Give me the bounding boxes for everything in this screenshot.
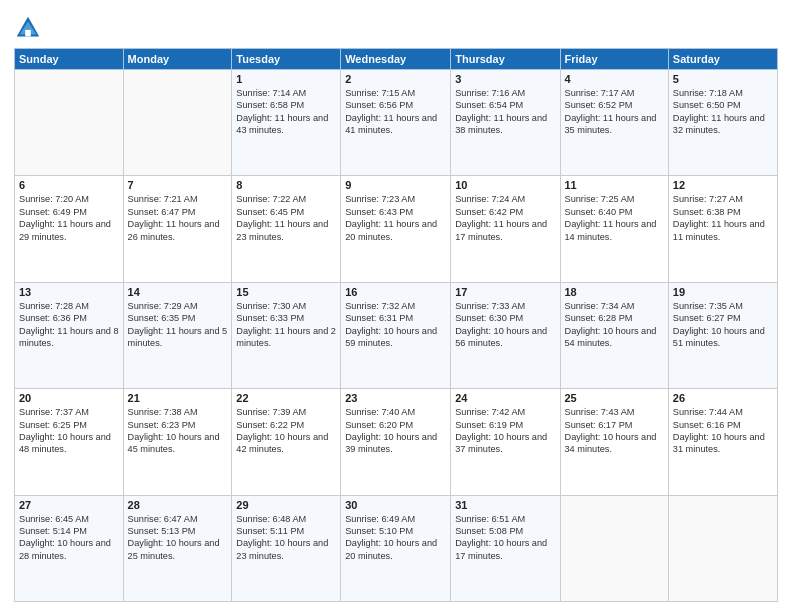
day-detail: Sunrise: 7:23 AM Sunset: 6:43 PM Dayligh… (345, 193, 446, 243)
header-cell-thursday: Thursday (451, 49, 560, 70)
day-detail: Sunrise: 7:35 AM Sunset: 6:27 PM Dayligh… (673, 300, 773, 350)
day-detail: Sunrise: 7:16 AM Sunset: 6:54 PM Dayligh… (455, 87, 555, 137)
day-cell: 9Sunrise: 7:23 AM Sunset: 6:43 PM Daylig… (341, 176, 451, 282)
header-cell-tuesday: Tuesday (232, 49, 341, 70)
day-cell: 1Sunrise: 7:14 AM Sunset: 6:58 PM Daylig… (232, 70, 341, 176)
day-number: 13 (19, 286, 119, 298)
day-number: 20 (19, 392, 119, 404)
day-detail: Sunrise: 7:44 AM Sunset: 6:16 PM Dayligh… (673, 406, 773, 456)
day-number: 23 (345, 392, 446, 404)
day-detail: Sunrise: 6:48 AM Sunset: 5:11 PM Dayligh… (236, 513, 336, 563)
day-cell: 18Sunrise: 7:34 AM Sunset: 6:28 PM Dayli… (560, 282, 668, 388)
logo-icon (14, 14, 42, 42)
day-cell: 27Sunrise: 6:45 AM Sunset: 5:14 PM Dayli… (15, 495, 124, 601)
day-cell: 14Sunrise: 7:29 AM Sunset: 6:35 PM Dayli… (123, 282, 232, 388)
day-number: 9 (345, 179, 446, 191)
day-cell: 4Sunrise: 7:17 AM Sunset: 6:52 PM Daylig… (560, 70, 668, 176)
day-detail: Sunrise: 7:33 AM Sunset: 6:30 PM Dayligh… (455, 300, 555, 350)
day-number: 4 (565, 73, 664, 85)
day-number: 7 (128, 179, 228, 191)
day-cell: 19Sunrise: 7:35 AM Sunset: 6:27 PM Dayli… (668, 282, 777, 388)
day-cell: 26Sunrise: 7:44 AM Sunset: 6:16 PM Dayli… (668, 389, 777, 495)
day-number: 24 (455, 392, 555, 404)
day-cell: 6Sunrise: 7:20 AM Sunset: 6:49 PM Daylig… (15, 176, 124, 282)
day-cell: 10Sunrise: 7:24 AM Sunset: 6:42 PM Dayli… (451, 176, 560, 282)
day-cell (15, 70, 124, 176)
day-cell: 16Sunrise: 7:32 AM Sunset: 6:31 PM Dayli… (341, 282, 451, 388)
day-number: 19 (673, 286, 773, 298)
day-number: 21 (128, 392, 228, 404)
day-number: 22 (236, 392, 336, 404)
day-detail: Sunrise: 6:49 AM Sunset: 5:10 PM Dayligh… (345, 513, 446, 563)
week-row-4: 27Sunrise: 6:45 AM Sunset: 5:14 PM Dayli… (15, 495, 778, 601)
day-cell: 23Sunrise: 7:40 AM Sunset: 6:20 PM Dayli… (341, 389, 451, 495)
day-number: 12 (673, 179, 773, 191)
day-detail: Sunrise: 7:21 AM Sunset: 6:47 PM Dayligh… (128, 193, 228, 243)
day-cell: 30Sunrise: 6:49 AM Sunset: 5:10 PM Dayli… (341, 495, 451, 601)
day-number: 17 (455, 286, 555, 298)
day-detail: Sunrise: 6:45 AM Sunset: 5:14 PM Dayligh… (19, 513, 119, 563)
day-detail: Sunrise: 7:30 AM Sunset: 6:33 PM Dayligh… (236, 300, 336, 350)
day-cell: 12Sunrise: 7:27 AM Sunset: 6:38 PM Dayli… (668, 176, 777, 282)
day-number: 28 (128, 499, 228, 511)
day-detail: Sunrise: 7:14 AM Sunset: 6:58 PM Dayligh… (236, 87, 336, 137)
day-cell: 7Sunrise: 7:21 AM Sunset: 6:47 PM Daylig… (123, 176, 232, 282)
day-cell: 13Sunrise: 7:28 AM Sunset: 6:36 PM Dayli… (15, 282, 124, 388)
day-detail: Sunrise: 7:25 AM Sunset: 6:40 PM Dayligh… (565, 193, 664, 243)
day-cell: 31Sunrise: 6:51 AM Sunset: 5:08 PM Dayli… (451, 495, 560, 601)
day-number: 26 (673, 392, 773, 404)
header-cell-wednesday: Wednesday (341, 49, 451, 70)
header-row: SundayMondayTuesdayWednesdayThursdayFrid… (15, 49, 778, 70)
day-detail: Sunrise: 7:40 AM Sunset: 6:20 PM Dayligh… (345, 406, 446, 456)
day-number: 8 (236, 179, 336, 191)
day-detail: Sunrise: 7:22 AM Sunset: 6:45 PM Dayligh… (236, 193, 336, 243)
day-detail: Sunrise: 7:42 AM Sunset: 6:19 PM Dayligh… (455, 406, 555, 456)
week-row-2: 13Sunrise: 7:28 AM Sunset: 6:36 PM Dayli… (15, 282, 778, 388)
day-detail: Sunrise: 7:15 AM Sunset: 6:56 PM Dayligh… (345, 87, 446, 137)
calendar-table: SundayMondayTuesdayWednesdayThursdayFrid… (14, 48, 778, 602)
day-detail: Sunrise: 7:18 AM Sunset: 6:50 PM Dayligh… (673, 87, 773, 137)
week-row-0: 1Sunrise: 7:14 AM Sunset: 6:58 PM Daylig… (15, 70, 778, 176)
day-detail: Sunrise: 7:43 AM Sunset: 6:17 PM Dayligh… (565, 406, 664, 456)
week-row-3: 20Sunrise: 7:37 AM Sunset: 6:25 PM Dayli… (15, 389, 778, 495)
day-cell: 22Sunrise: 7:39 AM Sunset: 6:22 PM Dayli… (232, 389, 341, 495)
day-detail: Sunrise: 7:34 AM Sunset: 6:28 PM Dayligh… (565, 300, 664, 350)
day-cell: 29Sunrise: 6:48 AM Sunset: 5:11 PM Dayli… (232, 495, 341, 601)
page-header (14, 10, 778, 42)
calendar-body: 1Sunrise: 7:14 AM Sunset: 6:58 PM Daylig… (15, 70, 778, 602)
day-cell: 21Sunrise: 7:38 AM Sunset: 6:23 PM Dayli… (123, 389, 232, 495)
day-cell: 15Sunrise: 7:30 AM Sunset: 6:33 PM Dayli… (232, 282, 341, 388)
day-detail: Sunrise: 7:29 AM Sunset: 6:35 PM Dayligh… (128, 300, 228, 350)
header-cell-sunday: Sunday (15, 49, 124, 70)
day-number: 15 (236, 286, 336, 298)
day-detail: Sunrise: 6:51 AM Sunset: 5:08 PM Dayligh… (455, 513, 555, 563)
day-detail: Sunrise: 7:20 AM Sunset: 6:49 PM Dayligh… (19, 193, 119, 243)
day-number: 14 (128, 286, 228, 298)
day-detail: Sunrise: 7:24 AM Sunset: 6:42 PM Dayligh… (455, 193, 555, 243)
day-detail: Sunrise: 7:32 AM Sunset: 6:31 PM Dayligh… (345, 300, 446, 350)
day-cell: 5Sunrise: 7:18 AM Sunset: 6:50 PM Daylig… (668, 70, 777, 176)
day-detail: Sunrise: 7:28 AM Sunset: 6:36 PM Dayligh… (19, 300, 119, 350)
week-row-1: 6Sunrise: 7:20 AM Sunset: 6:49 PM Daylig… (15, 176, 778, 282)
day-number: 10 (455, 179, 555, 191)
day-cell: 20Sunrise: 7:37 AM Sunset: 6:25 PM Dayli… (15, 389, 124, 495)
calendar-header: SundayMondayTuesdayWednesdayThursdayFrid… (15, 49, 778, 70)
day-number: 5 (673, 73, 773, 85)
day-cell: 25Sunrise: 7:43 AM Sunset: 6:17 PM Dayli… (560, 389, 668, 495)
day-cell: 2Sunrise: 7:15 AM Sunset: 6:56 PM Daylig… (341, 70, 451, 176)
day-number: 1 (236, 73, 336, 85)
day-cell: 8Sunrise: 7:22 AM Sunset: 6:45 PM Daylig… (232, 176, 341, 282)
header-cell-monday: Monday (123, 49, 232, 70)
day-number: 25 (565, 392, 664, 404)
day-cell: 11Sunrise: 7:25 AM Sunset: 6:40 PM Dayli… (560, 176, 668, 282)
day-detail: Sunrise: 6:47 AM Sunset: 5:13 PM Dayligh… (128, 513, 228, 563)
day-cell (668, 495, 777, 601)
day-detail: Sunrise: 7:27 AM Sunset: 6:38 PM Dayligh… (673, 193, 773, 243)
day-cell: 3Sunrise: 7:16 AM Sunset: 6:54 PM Daylig… (451, 70, 560, 176)
header-cell-friday: Friday (560, 49, 668, 70)
day-detail: Sunrise: 7:39 AM Sunset: 6:22 PM Dayligh… (236, 406, 336, 456)
day-cell: 28Sunrise: 6:47 AM Sunset: 5:13 PM Dayli… (123, 495, 232, 601)
day-number: 18 (565, 286, 664, 298)
day-number: 27 (19, 499, 119, 511)
day-number: 2 (345, 73, 446, 85)
